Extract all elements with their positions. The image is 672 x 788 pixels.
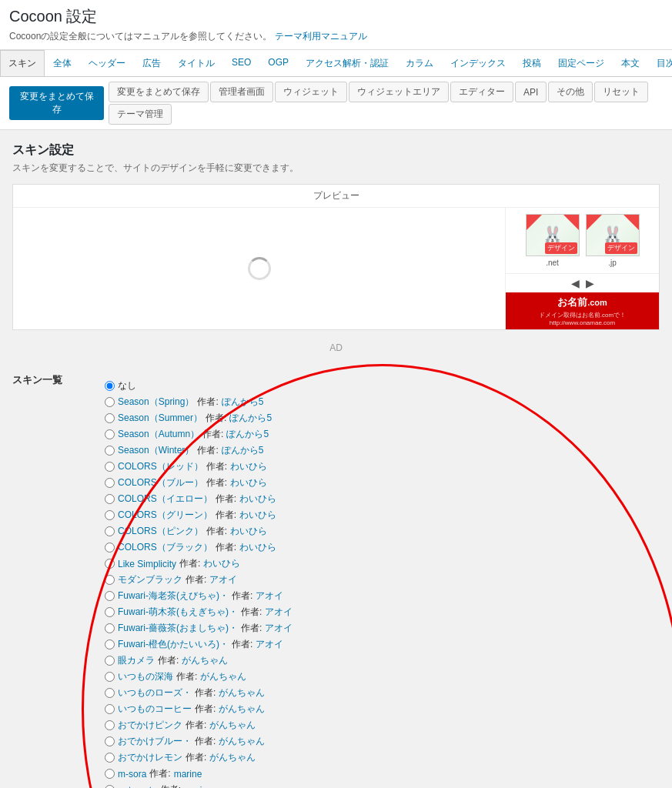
toolbar-tab-ウィジェット[interactable]: ウィジェット [275,82,347,102]
skin-radio-colors-black[interactable] [105,543,115,553]
skin-link-colors-blue[interactable]: COLORS（ブルー） [118,476,203,489]
skin-author-season-autumn[interactable]: ぽんから5 [226,428,269,441]
skin-link-odekake-blue[interactable]: おでかけブルー・ [118,735,192,748]
skin-radio-odekake-blue[interactable] [105,736,115,746]
skin-radio-fuwari-shrimp[interactable] [105,591,115,601]
tab-スキン[interactable]: スキン [0,50,45,76]
skin-radio-fuwari-deep[interactable] [105,639,115,649]
skin-radio-odekake-lemon[interactable] [105,753,115,763]
skin-author-itsmo-rose[interactable]: がんちゃん [219,686,265,700]
toolbar-tab-ウィジェットエリア[interactable]: ウィジェットエリア [349,82,449,102]
skin-link-fuwari-deep[interactable]: Fuwari-橙色(かたいいろ)・ [118,638,229,651]
skin-link-fuwari-green[interactable]: Fuwari-萌木茶(もえぎちゃ)・ [118,606,238,619]
skin-radio-itsmo-rose[interactable] [105,688,115,698]
tab-OGP[interactable]: OGP [259,50,297,76]
skin-link-fuwari-shrimp[interactable]: Fuwari-海老茶(えびちゃ)・ [118,589,229,603]
tab-全体[interactable]: 全体 [45,50,80,76]
tab-本文[interactable]: 本文 [613,50,648,76]
skin-link-colors-green[interactable]: COLORS（グリーン） [118,509,212,522]
tab-タイトル[interactable]: タイトル [169,50,223,76]
toolbar-tab-API[interactable]: API [515,82,547,102]
manual-link[interactable]: テーマ利用マニュアル [275,31,367,42]
tab-目次[interactable]: 目次 [648,50,672,76]
toolbar-tab-リセット[interactable]: リセット [594,82,648,102]
skin-author-colors-blue[interactable]: わいひら [230,476,267,489]
skin-link-colors-pink[interactable]: COLORS（ピンク） [118,525,203,538]
skin-radio-season-winter[interactable] [105,446,115,456]
skin-radio-itsmo-sea[interactable] [105,672,115,682]
tab-インデックス[interactable]: インデックス [442,50,514,76]
skin-radio-like-simplicity[interactable] [105,559,115,569]
skin-radio-odekake-pink[interactable] [105,720,115,730]
skin-link-itsmo-rose[interactable]: いつものローズ・ [118,686,192,700]
toolbar-tab-テーマ管理[interactable]: テーマ管理 [109,104,172,125]
skin-author-fuwari-green[interactable]: アオイ [265,606,293,619]
skin-author-colors-pink[interactable]: わいひら [230,525,267,538]
skin-radio-season-summer[interactable] [105,413,115,423]
toolbar-tab-管理者画面[interactable]: 管理者画面 [210,82,273,102]
skin-author-itsmo-sea[interactable]: がんちゃん [200,670,246,683]
skin-author-odekake-lemon[interactable]: がんちゃん [209,751,256,764]
skin-author-m-tomato[interactable]: marine [184,785,212,789]
skin-author-film-camera[interactable]: がんちゃん [182,654,228,667]
skin-author-season-summer[interactable]: ぽんから5 [229,412,272,425]
skin-link-colors-black[interactable]: COLORS（ブラック） [118,541,212,554]
skin-link-colors-red[interactable]: COLORS（レッド） [118,460,203,473]
skin-author-colors-red[interactable]: わいひら [230,460,267,473]
skin-radio-colors-red[interactable] [105,462,115,472]
skin-radio-colors-green[interactable] [105,510,115,520]
skin-link-season-spring[interactable]: Season（Spring） [118,396,194,409]
tab-投稿[interactable]: 投稿 [514,50,550,76]
skin-author-odekake-pink[interactable]: がんちゃん [209,719,256,732]
skin-link-m-tomato[interactable]: m-tomato [118,785,157,789]
skin-link-odekake-lemon[interactable]: おでかけレモン [118,751,182,764]
skin-author-colors-green[interactable]: わいひら [239,509,276,522]
skin-radio-season-spring[interactable] [105,397,115,407]
skin-radio-fuwari-green[interactable] [105,607,115,617]
next-arrow[interactable]: ▶ [586,277,594,289]
skin-link-season-summer[interactable]: Season（Summer） [118,412,202,425]
skin-link-film-camera[interactable]: 眼カメラ [118,654,155,667]
tab-アクセス解析・認証[interactable]: アクセス解析・認証 [297,50,397,76]
skin-author-odekake-blue[interactable]: がんちゃん [219,735,265,748]
skin-author-season-winter[interactable]: ぽんから5 [222,444,264,457]
skin-radio-season-autumn[interactable] [105,429,115,439]
tab-ヘッダー[interactable]: ヘッダー [80,50,134,76]
skin-author-fuwari-pink2[interactable]: アオイ [265,622,293,635]
skin-link-fuwari-pink2[interactable]: Fuwari-薔薇茶(おましちゃ)・ [118,622,238,635]
skin-link-colors-yellow[interactable]: COLORS（イエロー） [118,492,212,506]
skin-link-modern-black[interactable]: モダンブラック [118,573,182,586]
skin-author-colors-yellow[interactable]: わいひら [239,492,276,506]
skin-radio-none[interactable] [105,381,115,391]
skin-author-m-sora[interactable]: marine [174,769,202,780]
skin-author-fuwari-shrimp[interactable]: アオイ [256,589,283,603]
skin-radio-colors-yellow[interactable] [105,494,115,504]
prev-arrow[interactable]: ◀ [571,277,580,289]
skin-radio-m-sora[interactable] [105,769,115,779]
tab-SEO[interactable]: SEO [223,50,259,76]
skin-link-itsmo-sea[interactable]: いつもの深海 [118,670,173,683]
tab-広告[interactable]: 広告 [134,50,169,76]
skin-link-season-autumn[interactable]: Season（Autumn） [118,428,199,441]
skin-link-m-sora[interactable]: m-sora [118,769,146,780]
toolbar-tab-その他[interactable]: その他 [548,82,593,102]
skin-author-modern-black[interactable]: アオイ [209,573,237,586]
skin-link-odekake-pink[interactable]: おでかけピンク [118,719,182,732]
skin-radio-colors-pink[interactable] [105,526,115,536]
tab-カラム[interactable]: カラム [397,50,442,76]
skin-radio-modern-black[interactable] [105,575,115,585]
tab-固定ページ[interactable]: 固定ページ [550,50,613,76]
skin-author-like-simplicity[interactable]: わいひら [203,557,240,570]
skin-radio-film-camera[interactable] [105,656,115,666]
skin-radio-itsmo-coffee[interactable] [105,704,115,714]
toolbar-tab-変更をまとめて保存[interactable]: 変更をまとめて保存 [109,82,209,102]
skin-author-season-spring[interactable]: ぽんから5 [222,396,264,409]
skin-link-season-winter[interactable]: Season（Winter） [118,444,194,457]
skin-radio-fuwari-pink2[interactable] [105,623,115,633]
skin-author-fuwari-deep[interactable]: アオイ [256,638,283,651]
skin-radio-colors-blue[interactable] [105,478,115,488]
toolbar-tab-エディター[interactable]: エディター [450,82,513,102]
save-button-top[interactable]: 変更をまとめて保存 [9,86,104,120]
skin-link-itsmo-coffee[interactable]: いつものコーヒー [118,703,192,716]
skin-author-itsmo-coffee[interactable]: がんちゃん [219,703,265,716]
